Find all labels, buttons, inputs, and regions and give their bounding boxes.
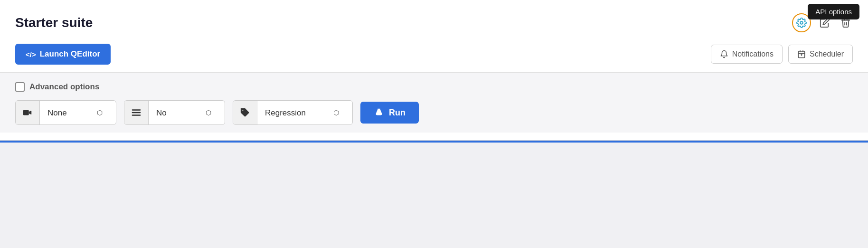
launch-qeditor-button[interactable]: </> Launch QEditor bbox=[15, 44, 111, 65]
parallel-select[interactable]: No Yes bbox=[156, 108, 204, 117]
type-select-arrow: ⬡ bbox=[333, 109, 339, 116]
advanced-options-text: Advanced options bbox=[29, 82, 99, 92]
gear-icon bbox=[796, 18, 807, 28]
code-icon: </> bbox=[26, 50, 36, 58]
recording-select-group: None Record Playback ⬡ bbox=[15, 100, 116, 125]
tooltip-text: API options bbox=[815, 8, 852, 16]
recording-select-control[interactable]: None Record Playback ⬡ bbox=[40, 108, 116, 117]
type-select-group: Regression Smoke Sanity ⬡ bbox=[233, 100, 353, 125]
right-buttons: Notifications Scheduler bbox=[711, 45, 853, 64]
scheduler-label: Scheduler bbox=[810, 50, 844, 58]
options-row: Advanced options None Record Playback bbox=[0, 73, 868, 133]
parallel-select-group: No Yes ⬡ bbox=[124, 100, 225, 125]
controls-row: None Record Playback ⬡ bbox=[15, 100, 853, 125]
bell-icon bbox=[720, 50, 728, 58]
parallel-icon-box bbox=[124, 101, 149, 124]
advanced-options-label[interactable]: Advanced options bbox=[15, 82, 853, 92]
advanced-options-checkbox[interactable] bbox=[15, 82, 25, 92]
tag-icon bbox=[240, 107, 250, 118]
main-container: API options Starter suite bbox=[0, 0, 868, 143]
svg-point-0 bbox=[800, 21, 803, 24]
suite-title: Starter suite bbox=[15, 15, 93, 30]
recording-select[interactable]: None Record Playback bbox=[47, 108, 95, 117]
scheduler-button[interactable]: Scheduler bbox=[788, 45, 853, 64]
launch-label: Launch QEditor bbox=[40, 49, 101, 59]
video-icon bbox=[22, 107, 33, 118]
api-options-tooltip: API options bbox=[808, 4, 859, 19]
type-select[interactable]: Regression Smoke Sanity bbox=[265, 108, 331, 117]
header-row: Starter suite bbox=[0, 0, 868, 40]
svg-rect-7 bbox=[23, 110, 29, 115]
toolbar-row: </> Launch QEditor Notifications bbox=[0, 40, 868, 72]
parallel-select-control[interactable]: No Yes ⬡ bbox=[149, 108, 225, 117]
recording-icon-box bbox=[16, 101, 40, 124]
parallel-select-arrow: ⬡ bbox=[206, 109, 211, 116]
type-icon-box bbox=[233, 101, 257, 124]
run-button[interactable]: Run bbox=[360, 102, 419, 124]
blue-bar bbox=[0, 141, 868, 143]
list-icon bbox=[131, 107, 142, 118]
recording-select-arrow: ⬡ bbox=[97, 109, 103, 116]
type-select-control[interactable]: Regression Smoke Sanity ⬡ bbox=[257, 108, 352, 117]
notifications-label: Notifications bbox=[732, 50, 774, 58]
flask-icon bbox=[374, 107, 384, 118]
run-label: Run bbox=[389, 108, 406, 118]
notifications-button[interactable]: Notifications bbox=[711, 45, 783, 64]
calendar-icon bbox=[797, 50, 806, 58]
